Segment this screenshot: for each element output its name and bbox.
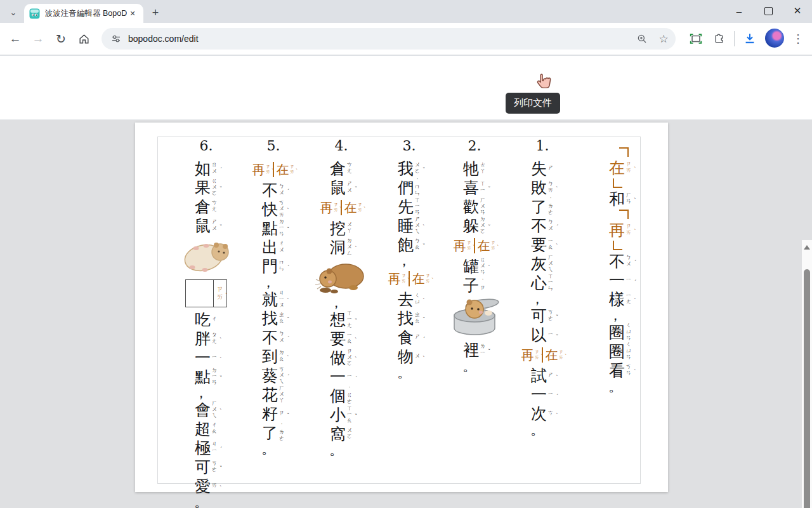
zhuyin-annotation: ㄗㄞˋ — [625, 161, 632, 173]
zhuyin-annotation: ㄧˋ — [211, 354, 218, 361]
tab-search-button[interactable]: ⌄ — [5, 5, 22, 19]
zhuyin-annotation: ㄘㄤ — [211, 200, 218, 212]
scrollbar[interactable] — [802, 240, 812, 508]
zhuyin-annotation: ㄨㄛ — [346, 427, 353, 439]
zhuyin-annotation: ˙ㄌㄜ — [547, 197, 554, 216]
column-number: 4. — [335, 138, 348, 154]
char-unit: 躲ㄉㄨㄛˇ — [463, 217, 487, 234]
text-column-4: 4.倉ㄘㄤ鼠ㄕㄨˇ再ㄗㄞˋ在ㄗㄞˋ挖ㄨㄚ洞ㄉㄨㄥˋ，想ㄒㄧㄤˇ要ㄧㄠˋ做ㄗㄨㄛˋ… — [311, 138, 372, 457]
window-maximize-button[interactable] — [754, 0, 783, 22]
downloads-button[interactable] — [740, 29, 760, 49]
char-unit: 子˙ㄗ — [463, 276, 487, 294]
zoom-in-page-icon[interactable] — [632, 29, 652, 48]
char-unit: 會ㄏㄨㄟˋ — [195, 401, 218, 418]
zai-choice-token: 再ㄗㄞˋ在ㄗㄞˋ — [320, 197, 363, 218]
char-unit: 次ㄘˋ — [531, 404, 554, 422]
zhuyin-annotation: ㄗㄞˋ — [534, 350, 540, 360]
zai-choice-token: 再ㄗㄞˋ在ㄗㄞˋ — [252, 159, 295, 180]
zhuyin-annotation: ㄒㄧㄢ — [414, 197, 421, 216]
scrollbar-thumb[interactable] — [804, 269, 810, 508]
fill-in-blank-box[interactable]: ㄗㄞˋ — [185, 279, 227, 307]
download-active-icon — [743, 32, 757, 46]
zhuyin-annotation: ㄉㄧㄢˇ — [278, 219, 285, 237]
app-toolbar-row1: 倉鼠的「在」和「再」不一樣 ↶ ↷ ↻ ✂ 0 ▾ ✕ 0 ▾ — [0, 56, 812, 89]
zhuyin-annotation: ㄧˇ — [547, 331, 554, 338]
tab-close-icon[interactable]: ✕ — [127, 8, 138, 19]
char-unit: 食ㄕˊ — [398, 328, 421, 346]
cursor-pointer-hand — [534, 72, 554, 93]
text-column-title: 在ㄗㄞˋ和ㄏㄢˋ再ㄗㄞˋ不ㄅㄨˊ一ㄧˊ樣ㄧㄤˋ，圈ㄑㄩㄢ圈ㄑㄩㄢ看ㄎㄢˋ。 — [590, 147, 651, 393]
zhuyin-annotation: ㄗㄞˋ — [466, 241, 472, 251]
reload-button[interactable]: ↻ — [49, 27, 72, 50]
char-unit: 試ㄕˋ — [531, 366, 554, 384]
text-column-6: 6.如ㄖㄨˊ果ㄍㄨㄛˇ倉ㄘㄤ鼠ㄕㄨˇㄗㄞˋ吃ㄔ胖ㄆㄤˋ一ㄧˋ點ㄉㄧㄢˇ，會ㄏㄨㄟ… — [176, 138, 237, 508]
bookmark-star-icon[interactable]: ☆ — [654, 29, 673, 48]
window-close-button[interactable]: ✕ — [783, 0, 812, 22]
char-unit: 一ㄧˊ — [609, 271, 632, 289]
zhuyin-annotation: ㄘㄤ — [346, 162, 353, 174]
zhuyin-annotation: ㄗㄞˋ — [357, 203, 363, 213]
zhuyin-annotation: ㄗㄨㄛˋ — [346, 349, 353, 367]
home-button[interactable] — [72, 27, 95, 50]
char-unit: 牠ㄊㄚ — [463, 159, 487, 177]
zhuyin-annotation: ㄗㄞˋ — [216, 286, 225, 301]
zhuyin-annotation: ㄍㄨㄛˇ — [211, 178, 218, 197]
punctuation: 。 — [396, 366, 412, 379]
char-unit: 找ㄓㄠˇ — [262, 309, 285, 327]
zhuyin-annotation: ㄒㄧㄠˇ — [346, 406, 353, 424]
zhuyin-annotation: ㄒㄧㄣ — [547, 274, 554, 292]
back-button[interactable]: ← — [4, 27, 27, 50]
site-info-icon[interactable] — [109, 32, 123, 46]
zhuyin-annotation: ㄐㄧˊ — [211, 441, 218, 453]
browser-menu-kebab-icon[interactable]: ⋮ — [788, 29, 808, 49]
zhuyin-annotation: ㄇㄣˊ — [278, 260, 285, 272]
document-page[interactable]: 在ㄗㄞˋ和ㄏㄢˋ再ㄗㄞˋ不ㄅㄨˊ一ㄧˊ樣ㄧㄤˋ，圈ㄑㄩㄢ圈ㄑㄩㄢ看ㄎㄢˋ。1.失… — [135, 123, 668, 492]
zai-choice-token: 再ㄗㄞˋ在ㄗㄞˋ — [453, 236, 496, 256]
zhuyin-annotation: ㄗㄞˋ — [289, 164, 295, 175]
column-number: 5. — [267, 138, 280, 154]
punctuation: 。 — [193, 496, 209, 508]
char-unit: 超ㄔㄠ — [195, 420, 218, 438]
char-unit: 灰ㄏㄨㄟ — [531, 255, 554, 272]
char-unit: 失ㄕ — [531, 159, 554, 177]
char-unit: 物ㄨˋ — [398, 347, 421, 365]
zhuyin-annotation: ㄗˇ — [278, 410, 285, 417]
url-text[interactable]: bopodoc.com/edit — [128, 34, 632, 44]
forward-button[interactable]: → — [27, 27, 49, 50]
text-column-3: 3.我ㄨㄛˇ們˙ㄇㄣ先ㄒㄧㄢ睡ㄕㄨㄟˋ飽ㄅㄠˇ，再ㄗㄞˋ在ㄗㄞˋ去ㄑㄩˋ找ㄓㄠˇ… — [379, 138, 440, 379]
zhuyin-annotation: ㄅㄨˊ — [278, 331, 285, 343]
char-unit: 一ㄧˊ — [531, 385, 554, 403]
char-unit: 一ㄧˋ — [195, 349, 218, 366]
zhuyin-annotation: ㄑㄩˋ — [414, 293, 421, 305]
text-column-5: 5.再ㄗㄞˋ在ㄗㄞˋ不ㄅㄨˊ快ㄎㄨㄞˋ點ㄉㄧㄢˇ出ㄔㄨ門ㄇㄣˊ，就ㄐㄧㄡˋ找ㄓㄠ… — [243, 138, 304, 455]
profile-avatar[interactable] — [765, 29, 784, 48]
zhuyin-annotation: ㄅㄨˊ — [547, 219, 554, 231]
new-tab-button[interactable]: + — [147, 4, 164, 21]
zhuyin-annotation: ㄒㄧㄤˇ — [346, 311, 353, 329]
char-unit: 葵ㄎㄨㄟˊ — [262, 366, 285, 384]
browser-tab[interactable]: 波波注音編輯器 BopoDoc ✕ — [24, 4, 143, 23]
zhuyin-annotation: ㄏㄨㄚ — [278, 385, 285, 404]
column-number: 3. — [403, 138, 416, 154]
zhuyin-annotation: ㄕ — [547, 165, 554, 171]
char-unit: 小ㄒㄧㄠˇ — [330, 406, 353, 424]
char-unit: 以ㄧˇ — [531, 326, 554, 344]
zhuyin-annotation: ㄑㄩㄢ — [625, 323, 632, 341]
zhuyin-annotation: ㄎㄨㄞˋ — [278, 200, 285, 218]
app-toolbar-row2: 標楷體 ▾ 18 ▾ B I U A ▾ 字 注 框 組 符 — [0, 89, 812, 120]
scroll-up-arrow[interactable] — [804, 245, 810, 250]
extensions-puzzle-icon[interactable] — [709, 29, 729, 49]
zhuyin-annotation: ㄑㄩㄢ — [625, 342, 632, 360]
address-bar[interactable]: bopodoc.com/edit ☆ — [102, 28, 676, 50]
zhuyin-annotation: ㄉㄨㄥˋ — [346, 238, 353, 257]
punctuation: ， — [607, 309, 624, 322]
char-unit: 飽ㄅㄠˇ — [398, 236, 421, 253]
char-unit: 我ㄨㄛˇ — [398, 159, 421, 177]
zhuyin-annotation: ㄓㄠˇ — [278, 312, 285, 324]
zhuyin-annotation: ㄓㄠˇ — [414, 312, 421, 324]
punctuation: ， — [396, 255, 412, 267]
window-minimize-button[interactable]: – — [724, 0, 754, 22]
char-unit: 找ㄓㄠˇ — [398, 309, 421, 327]
screenshot-extension-icon[interactable] — [686, 29, 706, 49]
zhuyin-annotation: ㄧˊ — [547, 391, 554, 398]
